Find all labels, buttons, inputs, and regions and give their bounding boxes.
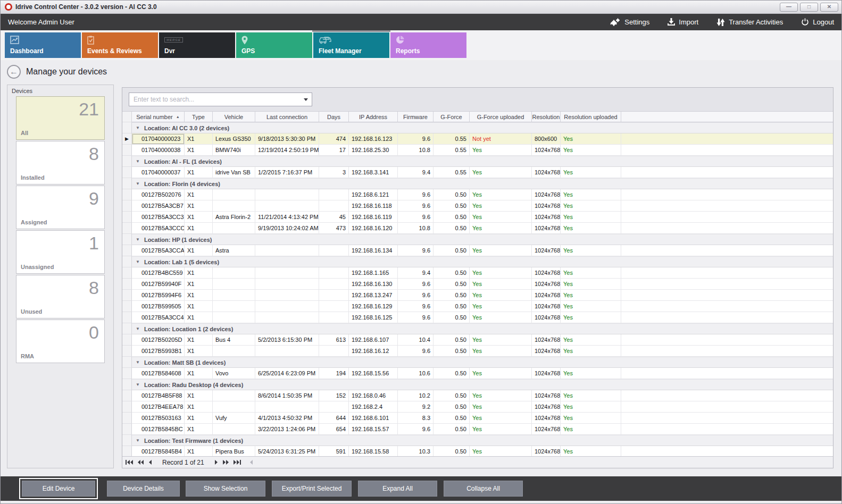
cell-resolution-uploaded[interactable]: Yes <box>561 279 621 290</box>
cell-ip-address[interactable]: 192.168.6.121 <box>349 189 398 200</box>
collapse-group-icon[interactable]: ▼ <box>136 259 140 264</box>
cell-g-force-uploaded[interactable]: Yes <box>470 334 532 346</box>
cell-days[interactable]: 3 <box>319 167 349 178</box>
collapse-group-icon[interactable]: ▼ <box>136 360 140 365</box>
cell-resolution[interactable]: 1024x768 <box>532 424 561 435</box>
cell-firmware[interactable]: 10.6 <box>398 368 433 379</box>
cell-days[interactable]: 613 <box>319 334 349 346</box>
cell-serial-number[interactable]: 017040000023 <box>132 133 185 145</box>
cell-g-force[interactable]: 0.50 <box>433 334 470 346</box>
cell-g-force-uploaded[interactable]: Yes <box>470 245 532 256</box>
cell-vehicle[interactable] <box>213 346 255 357</box>
cell-last-connection[interactable]: 3/22/2013 1:24:06 PM <box>255 424 319 435</box>
prev-page-button[interactable] <box>138 460 144 465</box>
collapse-group-icon[interactable]: ▼ <box>136 159 140 164</box>
cell-resolution-uploaded[interactable]: Yes <box>561 334 621 346</box>
cell-vehicle[interactable] <box>213 279 255 290</box>
group-header[interactable]: ▼Location: Al CC 3.0 (2 devices) <box>132 122 833 133</box>
cell-serial-number[interactable]: 00127B5993B1 <box>132 346 185 357</box>
filter-card-installed[interactable]: 8Installed <box>16 141 105 184</box>
cell-type[interactable]: X1 <box>185 212 213 223</box>
cell-serial-number[interactable]: 00127B5A3CCC <box>132 223 185 234</box>
cell-g-force[interactable]: 0.50 <box>433 401 470 413</box>
cell-g-force[interactable]: 0.50 <box>433 390 470 401</box>
group-header[interactable]: ▼Location: Lab 1 (5 devices) <box>132 256 833 267</box>
cell-days[interactable]: 194 <box>319 368 349 379</box>
filter-card-all[interactable]: 21All <box>16 96 105 140</box>
cell-serial-number[interactable]: 00127B4B5F88 <box>132 390 185 401</box>
device-row[interactable]: 00127B584608X1Vovo6/25/2014 6:23:09 PM19… <box>122 368 833 379</box>
cell-serial-number[interactable]: 017040000038 <box>132 145 185 156</box>
cell-last-connection[interactable] <box>255 189 319 200</box>
cell-serial-number[interactable]: 00127B5845BC <box>132 424 185 435</box>
cell-g-force-uploaded[interactable]: Yes <box>470 413 532 424</box>
cell-last-connection[interactable]: 4/1/2013 4:50:32 PM <box>255 413 319 424</box>
column-header-ip-address[interactable]: IP Address <box>349 112 398 122</box>
cell-resolution[interactable]: 1024x768 <box>532 279 561 290</box>
cell-last-connection[interactable] <box>255 346 319 357</box>
cell-vehicle[interactable] <box>213 290 255 301</box>
cell-resolution[interactable]: 1024x768 <box>532 290 561 301</box>
device-row[interactable]: 00127B4EEA78X1192.168.2.49.20.50Yes1024x… <box>122 401 833 413</box>
device-row[interactable]: ▶017040000023X1Lexus GS3509/18/2013 5:30… <box>122 133 833 145</box>
cell-vehicle[interactable] <box>213 301 255 312</box>
cell-type[interactable]: X1 <box>185 245 213 256</box>
cell-last-connection[interactable] <box>255 279 319 290</box>
cell-resolution[interactable]: 1024x768 <box>532 368 561 379</box>
cell-resolution-uploaded[interactable]: Yes <box>561 223 621 234</box>
cell-resolution-uploaded[interactable]: Yes <box>561 167 621 178</box>
cell-vehicle[interactable] <box>213 312 255 323</box>
cell-type[interactable]: X1 <box>185 334 213 346</box>
cell-vehicle[interactable]: BMW740i <box>213 145 255 156</box>
cell-resolution-uploaded[interactable]: Yes <box>561 145 621 156</box>
cell-resolution[interactable]: 1024x768 <box>532 334 561 346</box>
cell-ip-address[interactable]: 192.168.16.125 <box>349 312 398 323</box>
cell-g-force-uploaded[interactable]: Yes <box>470 145 532 156</box>
cell-resolution-uploaded[interactable]: Yes <box>561 424 621 435</box>
column-header-g-force[interactable]: G-Force <box>433 112 470 122</box>
tab-gps[interactable]: GPS <box>236 32 312 58</box>
tab-dashboard[interactable]: Dashboard <box>5 32 81 58</box>
cell-ip-address[interactable]: 192.168.16.118 <box>349 200 398 212</box>
cell-vehicle[interactable] <box>213 401 255 413</box>
group-header[interactable]: ▼Location: Radu Desktop (4 devices) <box>132 379 833 390</box>
cell-ip-address[interactable]: 192.168.6.107 <box>349 334 398 346</box>
cell-resolution[interactable]: 1024x768 <box>532 167 561 178</box>
cell-days[interactable]: 644 <box>319 413 349 424</box>
cell-firmware[interactable]: 10.8 <box>398 145 433 156</box>
import-button[interactable]: Import <box>668 18 698 26</box>
cell-resolution-uploaded[interactable]: Yes <box>561 212 621 223</box>
next-record-button[interactable] <box>214 460 218 465</box>
cell-resolution[interactable]: 1024x768 <box>532 200 561 212</box>
cell-firmware[interactable]: 9.6 <box>398 290 433 301</box>
cell-ip-address[interactable]: 192.168.2.4 <box>349 401 398 413</box>
last-record-button[interactable] <box>234 460 241 465</box>
cell-g-force-uploaded[interactable]: Yes <box>470 223 532 234</box>
device-row[interactable]: 00127B50205DX1Bus 45/2/2013 6:15:30 PM61… <box>122 334 833 346</box>
cell-ip-address[interactable]: 192.168.1.165 <box>349 267 398 279</box>
cell-g-force-uploaded[interactable]: Yes <box>470 346 532 357</box>
cell-resolution-uploaded[interactable]: Yes <box>561 312 621 323</box>
cell-ip-address[interactable]: 192.168.16.134 <box>349 245 398 256</box>
cell-ip-address[interactable]: 192.168.16.123 <box>349 133 398 145</box>
cell-firmware[interactable]: 9.6 <box>398 424 433 435</box>
cell-vehicle[interactable]: Vovo <box>213 368 255 379</box>
transfer-activities-button[interactable]: Transfer Activities <box>716 18 783 27</box>
cell-last-connection[interactable]: 11/21/2014 4:13:42 PM <box>255 212 319 223</box>
cell-ip-address[interactable]: 192.168.16.119 <box>349 212 398 223</box>
cell-g-force[interactable]: 0.50 <box>433 301 470 312</box>
cell-firmware[interactable]: 9.6 <box>398 200 433 212</box>
cell-g-force-uploaded[interactable]: Yes <box>470 212 532 223</box>
cell-resolution[interactable]: 1024x768 <box>532 189 561 200</box>
cell-g-force[interactable]: 0.50 <box>433 200 470 212</box>
cell-ip-address[interactable]: 192.168.16.120 <box>349 223 398 234</box>
cell-g-force[interactable]: 0.50 <box>433 312 470 323</box>
cell-type[interactable]: X1 <box>185 189 213 200</box>
cell-serial-number[interactable]: 00127B5A3CCA <box>132 245 185 256</box>
cell-g-force[interactable]: 0.50 <box>433 279 470 290</box>
cell-serial-number[interactable]: 00127B5A3CC4 <box>132 312 185 323</box>
cell-days[interactable] <box>319 312 349 323</box>
column-header-days[interactable]: Days <box>319 112 349 122</box>
search-input[interactable] <box>129 96 300 103</box>
cell-g-force[interactable]: 0.50 <box>433 368 470 379</box>
